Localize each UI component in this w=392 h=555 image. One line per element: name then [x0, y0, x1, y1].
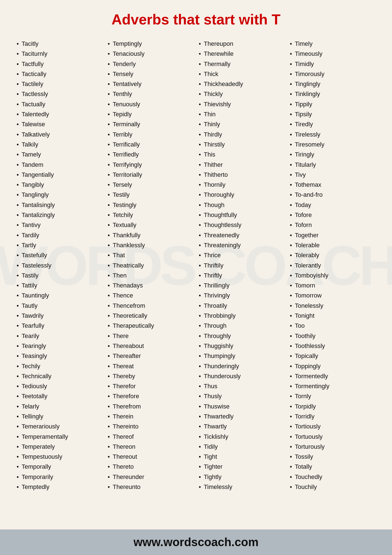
list-item: Totally [290, 462, 376, 472]
list-item: Textually [108, 220, 194, 230]
list-item: Thuswise [199, 402, 284, 412]
list-item: Thencefrom [108, 301, 194, 311]
list-item: Thanklessly [108, 240, 194, 250]
list-item: Torturously [290, 442, 376, 452]
list-item: Thereafter [108, 351, 194, 361]
list-item: Tivy [290, 170, 376, 180]
list-item: Therapeutically [108, 321, 194, 331]
list-item: Thriftly [199, 271, 284, 281]
list-item: Thirdly [199, 130, 284, 140]
list-item: Tothemax [290, 180, 376, 190]
list-item: Tanglingly [17, 190, 102, 200]
list-item: Thitherto [199, 170, 284, 180]
list-item: Touchily [290, 482, 376, 492]
list-item: Temerariously [17, 422, 102, 432]
list-item: Thumpingly [199, 351, 284, 361]
footer-url[interactable]: www.wordscoach.com [133, 536, 258, 549]
list-item: Tacitly [17, 39, 102, 49]
list-item: Tangentially [17, 170, 102, 180]
list-item: Titularly [290, 160, 376, 170]
list-item: Tediously [17, 381, 102, 391]
list-item: Tearingly [17, 341, 102, 351]
list-item: Tipsily [290, 109, 376, 119]
list-item: Tersely [108, 180, 194, 190]
list-item: Threatenedly [199, 230, 284, 240]
list-item: Tortiously [290, 422, 376, 432]
list-item: Thereunder [108, 472, 194, 482]
list-item: Tautly [17, 301, 102, 311]
list-item: Tawdrily [17, 311, 102, 321]
list-item: Threateningly [199, 240, 284, 250]
list-item: Teasingly [17, 351, 102, 361]
list-item: Timidly [290, 59, 376, 69]
list-item: Thither [199, 160, 284, 170]
list-item: Thereout [108, 452, 194, 462]
list-item: Too [290, 321, 376, 331]
list-item: Tearily [17, 331, 102, 341]
list-item: Thirstily [199, 140, 284, 150]
list-item: Thusly [199, 391, 284, 401]
list-item: Tomorn [290, 281, 376, 291]
list-item: Temptedly [17, 482, 102, 492]
list-item: Therefor [108, 381, 194, 391]
list-item: Thrivingly [199, 291, 284, 301]
word-list-col2: TemptinglyTenaciouslyTenderlyTenselyTent… [108, 39, 194, 492]
list-item: Tormentedly [290, 371, 376, 381]
columns-wrapper: WORDS COACH TacitlyTaciturnlyTactfullyTa… [14, 39, 378, 492]
list-item: Tattily [17, 281, 102, 291]
list-item: Tepidly [108, 109, 194, 119]
footer: www.wordscoach.com [0, 529, 392, 555]
list-item: Topically [290, 351, 376, 361]
list-item: Tiringly [290, 150, 376, 160]
list-item: Thereon [108, 442, 194, 452]
list-item: Tactfully [17, 59, 102, 69]
list-item: Temporarily [17, 472, 102, 482]
list-item: Tartly [17, 240, 102, 250]
column-col3: ThereuponTherewhileThermallyThickThickhe… [196, 39, 287, 492]
list-item: Tenuously [108, 99, 194, 109]
list-item: Tastily [17, 271, 102, 281]
word-list-col4: TimelyTimeouslyTimidlyTimorouslyTingling… [290, 39, 376, 492]
list-item: Teetotally [17, 391, 102, 401]
list-item: Tamely [17, 150, 102, 160]
list-item: Thwartedly [199, 412, 284, 422]
list-item: Thus [199, 381, 284, 391]
list-item: This [199, 150, 284, 160]
list-item: Tolerantly [290, 261, 376, 271]
list-item: Theatrically [108, 261, 194, 271]
list-item: Thrice [199, 250, 284, 260]
list-item: Territorially [108, 170, 194, 180]
list-item: Tiresomely [290, 140, 376, 150]
list-item: Tolerable [290, 240, 376, 250]
list-item: Tomboyishly [290, 271, 376, 281]
list-item: Tandem [17, 160, 102, 170]
list-item: Tetchily [108, 210, 194, 220]
list-item: Thereabout [108, 341, 194, 351]
list-item: Thermally [199, 59, 284, 69]
list-item: Today [290, 200, 376, 210]
column-col1: TacitlyTaciturnlyTactfullyTacticallyTact… [14, 39, 105, 492]
main-container: Adverbs that start with T WORDS COACH Ta… [0, 0, 392, 529]
list-item: Torridly [290, 412, 376, 422]
list-item: Therefrom [108, 402, 194, 412]
column-col2: TemptinglyTenaciouslyTenderlyTenselyTent… [105, 39, 196, 492]
list-item: Tactilely [17, 79, 102, 89]
list-item: Tinklingly [290, 89, 376, 99]
list-item: Tantivy [17, 220, 102, 230]
list-item: Tippily [290, 99, 376, 109]
list-item: Temperately [17, 442, 102, 452]
list-item: Telarly [17, 402, 102, 412]
list-item: Tonight [290, 311, 376, 321]
list-item: Thornily [199, 180, 284, 190]
list-item: Tenaciously [108, 49, 194, 59]
list-item: Timely [290, 39, 376, 49]
list-item: Thankfully [108, 230, 194, 240]
list-item: Techily [17, 361, 102, 371]
list-item: Tinglingly [290, 79, 376, 89]
list-item: Thinly [199, 119, 284, 129]
list-item: Toppingly [290, 361, 376, 371]
list-item: Touchedly [290, 472, 376, 482]
list-item: Therein [108, 412, 194, 422]
list-item: Thenadays [108, 281, 194, 291]
list-item: Tomorrow [290, 291, 376, 301]
